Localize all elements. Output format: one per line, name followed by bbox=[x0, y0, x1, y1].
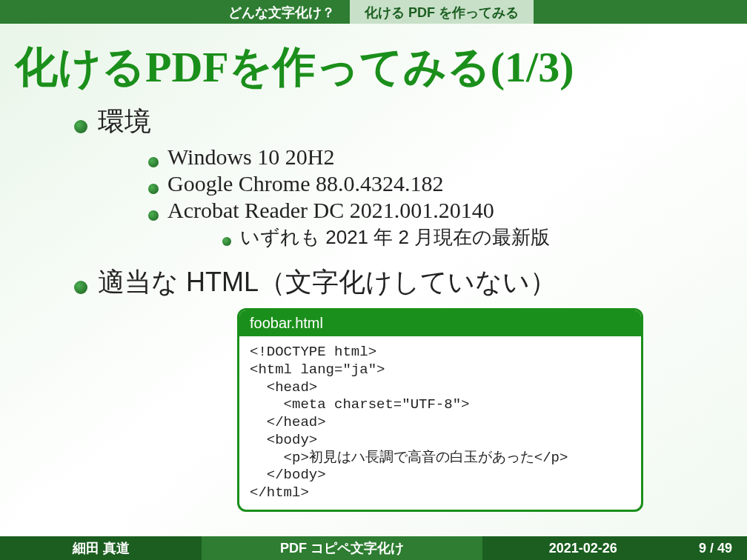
bullet-icon bbox=[74, 120, 87, 133]
bullet-icon bbox=[222, 237, 231, 246]
list-item-text: 適当な HTML（文字化けしていない） bbox=[98, 264, 557, 301]
slide-content: 環境 Windows 10 20H2 Google Chrome 88.0.43… bbox=[0, 104, 747, 512]
page-separator: / bbox=[706, 541, 717, 556]
list-item: いずれも 2021 年 2 月現在の最新版 bbox=[222, 224, 717, 250]
breadcrumb-section[interactable]: どんな文字化け？ bbox=[213, 0, 350, 24]
list-item: 環境 bbox=[74, 104, 717, 140]
page-current: 9 bbox=[699, 541, 706, 556]
code-block: foobar.html <!DOCTYPE html> <html lang="… bbox=[237, 308, 643, 512]
list-item: Google Chrome 88.0.4324.182 bbox=[148, 171, 717, 196]
list-item: Acrobat Reader DC 2021.001.20140 bbox=[148, 198, 717, 223]
bullet-icon bbox=[148, 157, 159, 167]
bullet-icon bbox=[74, 281, 87, 294]
bullet-icon bbox=[148, 210, 159, 221]
code-filename: foobar.html bbox=[239, 310, 641, 336]
breadcrumb-spacer bbox=[0, 0, 213, 24]
footer-page-number: 9 / 49 bbox=[684, 536, 747, 560]
list-item-text: Google Chrome 88.0.4324.182 bbox=[167, 171, 443, 196]
page-total: 49 bbox=[717, 541, 732, 556]
list-item-text: Acrobat Reader DC 2021.001.20140 bbox=[167, 198, 494, 223]
breadcrumb-subsection[interactable]: 化ける PDF を作ってみる bbox=[350, 0, 534, 24]
list-item-text: Windows 10 20H2 bbox=[167, 144, 334, 170]
list-item-text: いずれも 2021 年 2 月現在の最新版 bbox=[240, 224, 550, 250]
code-content: <!DOCTYPE html> <html lang="ja"> <head> … bbox=[239, 336, 641, 510]
breadcrumb-bar: どんな文字化け？ 化ける PDF を作ってみる bbox=[0, 0, 747, 24]
breadcrumb-spacer-right bbox=[534, 0, 747, 24]
footer-presentation-title: PDF コピペ文字化け bbox=[202, 536, 482, 560]
footer-date: 2021-02-26 bbox=[482, 536, 684, 560]
bullet-icon bbox=[148, 184, 159, 194]
footer-bar: 細田 真道 PDF コピペ文字化け 2021-02-26 9 / 49 bbox=[0, 536, 747, 560]
list-item: 適当な HTML（文字化けしていない） bbox=[74, 264, 717, 301]
page-title: 化けるPDFを作ってみる(1/3) bbox=[0, 24, 747, 104]
footer-author: 細田 真道 bbox=[0, 536, 202, 560]
list-item-text: 環境 bbox=[98, 104, 151, 140]
list-item: Windows 10 20H2 bbox=[148, 144, 717, 170]
